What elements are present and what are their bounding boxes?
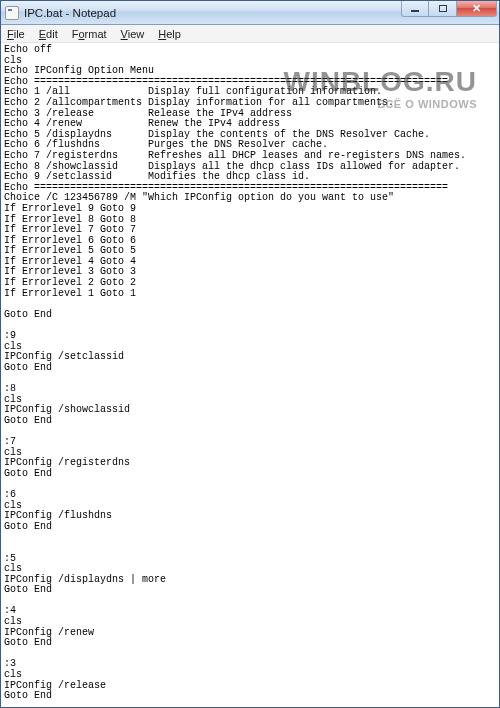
text-editor[interactable]: Echo off cls Echo IPConfig Option Menu E… (1, 44, 499, 707)
close-button[interactable]: ✕ (457, 1, 497, 17)
menu-edit[interactable]: Edit (35, 27, 62, 41)
titlebar[interactable]: IPC.bat - Notepad ✕ (1, 1, 499, 25)
client-area: Echo off cls Echo IPConfig Option Menu E… (1, 43, 499, 707)
minimize-button[interactable] (401, 1, 429, 17)
maximize-button[interactable] (429, 1, 457, 17)
menu-file[interactable]: File (3, 27, 29, 41)
window-controls: ✕ (401, 1, 497, 17)
menubar: File Edit Format View Help (1, 25, 499, 43)
maximize-icon (439, 5, 447, 12)
window-title: IPC.bat - Notepad (24, 7, 116, 19)
close-icon: ✕ (472, 3, 481, 14)
notepad-window: IPC.bat - Notepad ✕ File Edit Format Vie… (0, 0, 500, 708)
menu-help[interactable]: Help (154, 27, 185, 41)
notepad-icon (5, 6, 19, 20)
menu-format[interactable]: Format (68, 27, 111, 41)
menu-view[interactable]: View (117, 27, 149, 41)
minimize-icon (411, 10, 419, 12)
